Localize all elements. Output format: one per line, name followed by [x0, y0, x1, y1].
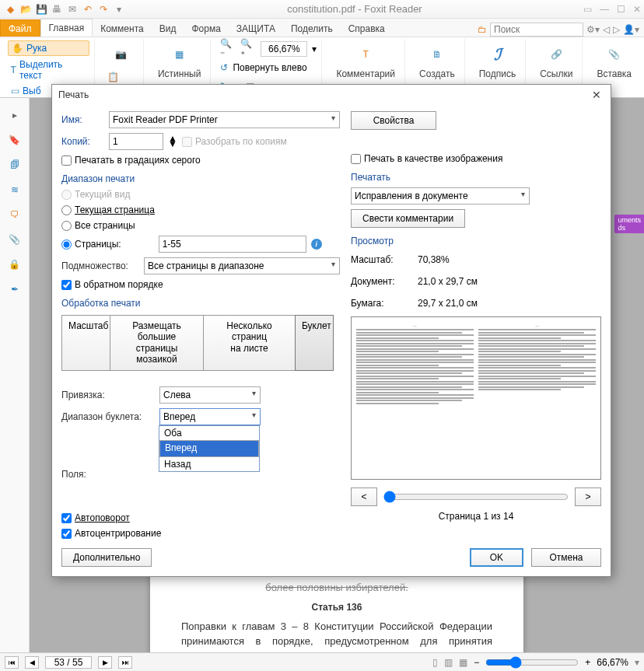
handling-tile-button[interactable]: Размещать большие страницы мозаикой: [110, 315, 203, 371]
tab-view[interactable]: Вид: [152, 20, 184, 37]
qat-dropdown-icon[interactable]: ▾: [112, 2, 126, 16]
view-single-icon[interactable]: ▯: [432, 657, 438, 668]
undo-icon[interactable]: ↶: [81, 2, 95, 16]
prev-page-button[interactable]: ◀: [25, 656, 39, 669]
tab-form[interactable]: Форма: [184, 20, 228, 37]
zoom-status-dropdown-icon[interactable]: ▾: [635, 657, 639, 668]
ribbon-min-icon[interactable]: ▭: [583, 4, 592, 15]
handling-scale-button[interactable]: Масштаб: [61, 315, 110, 371]
cancel-button[interactable]: Отмена: [531, 548, 601, 567]
clipboard-button[interactable]: 📋: [104, 70, 138, 84]
zoom-slider[interactable]: [485, 656, 579, 669]
zoom-dropdown-icon[interactable]: ▾: [312, 44, 317, 54]
booklet-range-dropdown[interactable]: Оба Вперед Назад: [159, 425, 260, 472]
all-pages-radio[interactable]: [61, 221, 72, 231]
print-icon[interactable]: 🖶: [50, 2, 64, 16]
actual-size-button[interactable]: ▦Истинный: [153, 40, 205, 81]
select-text-button[interactable]: ᎢВыделить текст: [8, 58, 89, 82]
subset-select[interactable]: [144, 257, 340, 274]
rotate-left-icon[interactable]: ↺: [220, 62, 228, 73]
zoom-in-icon[interactable]: 🔍⁺: [240, 38, 256, 60]
preview-slider[interactable]: [383, 491, 569, 503]
dialog-close-button[interactable]: ✕: [589, 89, 604, 101]
grayscale-checkbox[interactable]: [61, 156, 72, 166]
pages-radio[interactable]: [61, 239, 72, 250]
nav-fwd-icon[interactable]: ▷: [613, 24, 620, 35]
booklet-opt-front[interactable]: Вперед: [159, 440, 259, 457]
copies-down-icon[interactable]: ▼: [168, 142, 177, 147]
ribbon-tab-strip: Файл Главная Коммента Вид Форма ЗАЩИТА П…: [0, 19, 644, 37]
view-cont-icon[interactable]: ▥: [444, 657, 453, 668]
view-facing-icon[interactable]: ▦: [459, 657, 467, 668]
search-input[interactable]: [490, 23, 583, 37]
sidebar-expand-icon[interactable]: ▸: [5, 106, 24, 124]
booklet-opt-back[interactable]: Назад: [159, 457, 259, 471]
layers-icon[interactable]: ≋: [5, 180, 24, 199]
handling-multi-button[interactable]: Несколько страниц на листе: [203, 315, 295, 371]
advanced-button[interactable]: Дополнительно: [61, 548, 152, 567]
zoom-out-status-icon[interactable]: −: [474, 657, 479, 668]
autocenter-checkbox[interactable]: [61, 529, 72, 539]
tab-help[interactable]: Справка: [341, 20, 393, 37]
reverse-checkbox[interactable]: [61, 280, 72, 290]
snapshot-button[interactable]: 📷: [104, 40, 138, 68]
last-page-button[interactable]: ⏭: [118, 656, 132, 669]
tab-share[interactable]: Поделить: [283, 20, 341, 37]
zoom-input[interactable]: [261, 41, 307, 57]
autorotate-checkbox[interactable]: [61, 513, 72, 523]
user-icon[interactable]: 👤▾: [623, 24, 639, 35]
maximize-icon[interactable]: ☐: [617, 4, 625, 15]
preview-prev-button[interactable]: <: [351, 488, 377, 506]
bookmarks-icon[interactable]: 🔖: [5, 131, 24, 149]
booklet-opt-both[interactable]: Оба: [159, 426, 259, 440]
page-number-input[interactable]: [45, 656, 92, 669]
ok-button[interactable]: OK: [470, 548, 523, 567]
next-page-button[interactable]: ▶: [98, 656, 112, 669]
comment-button[interactable]: TКомментарий: [331, 40, 400, 81]
handling-booklet-button[interactable]: Буклет: [295, 315, 334, 371]
print-as-image-checkbox[interactable]: [351, 154, 361, 164]
zoom-out-icon[interactable]: 🔍⁻: [220, 38, 236, 60]
save-icon[interactable]: 💾: [34, 2, 48, 16]
close-icon[interactable]: ✕: [633, 4, 641, 15]
signatures-icon[interactable]: ✒: [5, 280, 24, 299]
email-icon[interactable]: ✉: [65, 2, 79, 16]
tab-protect[interactable]: ЗАЩИТА: [229, 20, 283, 37]
hand-icon: ✋: [12, 43, 23, 54]
copies-input[interactable]: [109, 133, 163, 150]
settings-icon[interactable]: ⚙▾: [586, 24, 600, 35]
summarize-button[interactable]: Свести комментарии: [351, 209, 465, 228]
links-button[interactable]: 🔗Ссылки: [535, 40, 577, 81]
tab-comment[interactable]: Коммента: [93, 20, 152, 37]
hand-tool-button[interactable]: ✋Рука: [8, 40, 89, 56]
zoom-in-status-icon[interactable]: +: [585, 657, 590, 668]
redo-icon[interactable]: ↷: [96, 2, 110, 16]
info-icon[interactable]: i: [311, 239, 322, 250]
printer-select[interactable]: [109, 111, 340, 128]
title-bar: ◆ 📂 💾 🖶 ✉ ↶ ↷ ▾ constitution.pdf - Foxit…: [0, 0, 644, 19]
nav-back-icon[interactable]: ◁: [603, 24, 610, 35]
attachments-icon[interactable]: 📎: [5, 230, 24, 249]
pages-input[interactable]: [159, 236, 306, 253]
properties-button[interactable]: Свойства: [351, 111, 436, 130]
create-button[interactable]: 🗎Создать: [415, 40, 460, 81]
pages-icon[interactable]: 🗐: [5, 156, 24, 174]
sign-button[interactable]: ℐПодпись: [474, 40, 521, 81]
tab-home[interactable]: Главная: [40, 19, 93, 37]
binding-select[interactable]: [159, 386, 261, 404]
tab-file[interactable]: Файл: [0, 19, 40, 37]
open-icon[interactable]: 📂: [19, 2, 33, 16]
comments-icon[interactable]: 🗨: [5, 205, 24, 224]
preview-next-button[interactable]: >: [575, 488, 601, 506]
current-page-radio[interactable]: [61, 205, 72, 215]
first-page-button[interactable]: ⏮: [5, 656, 19, 669]
search-folder-icon[interactable]: 🗀: [478, 24, 487, 35]
insert-button[interactable]: 📎Вставка: [592, 40, 636, 81]
side-tab[interactable]: umentsds: [614, 215, 644, 233]
security-icon[interactable]: 🔒: [5, 255, 24, 274]
booklet-range-select[interactable]: [159, 408, 261, 425]
typewriter-icon: T: [353, 42, 378, 67]
page-text-1: более половины избирателей.: [181, 580, 492, 596]
minimize-icon[interactable]: —: [600, 4, 609, 15]
print-what-select[interactable]: [351, 187, 530, 204]
